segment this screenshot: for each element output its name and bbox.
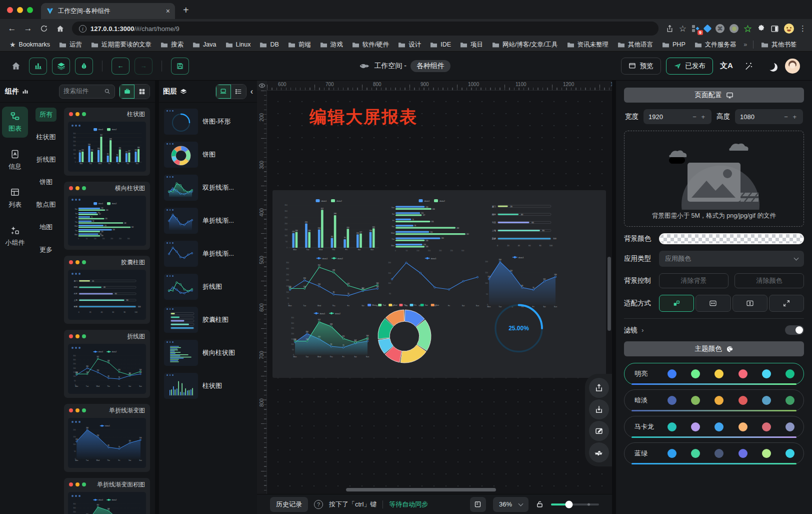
document-name-pill[interactable]: 各种组件 [410, 60, 450, 72]
edit-button[interactable] [589, 421, 609, 441]
zoom-slider[interactable] [551, 503, 599, 505]
theme-row-3[interactable]: 蓝绿 [624, 442, 804, 464]
background-upload-dropzone[interactable]: 背景图需小于 5M，格式为 png/jpg/gif 的文件 [624, 131, 804, 227]
vertical-scrollbar[interactable] [608, 257, 611, 331]
collapse-panel-icon[interactable]: ‹ [250, 87, 253, 96]
tab-close-icon[interactable]: × [166, 7, 170, 15]
category-0[interactable]: 所有 [36, 108, 56, 122]
site-info-icon[interactable]: i [79, 25, 86, 33]
canvas-chart-bar-horizontal[interactable]: data1data2Sun130160Sat110117Fri70155Thu8… [386, 198, 482, 254]
app-type-select[interactable]: 应用颜色 [659, 251, 804, 267]
fit-scale-button[interactable] [659, 295, 694, 312]
export-button[interactable] [589, 378, 609, 398]
stepper-buttons[interactable]: − + [784, 113, 798, 121]
dark-mode-button[interactable] [762, 62, 779, 70]
bookmarks-root[interactable]: ★ Bookmarks [6, 40, 54, 50]
component-card[interactable]: 单折线渐变面积图data1data20501001502002503003501… [64, 478, 150, 514]
category-3[interactable]: 饼图 [36, 175, 56, 189]
minimize-window-button[interactable] [17, 7, 23, 13]
layer-item[interactable]: 饼图 [164, 142, 252, 168]
horizontal-scrollbar[interactable] [346, 488, 496, 491]
browser-menu-icon[interactable]: ⋮ [799, 24, 807, 33]
fit-width-button[interactable] [696, 295, 730, 312]
theme-row-1[interactable]: 暗淡 [624, 389, 804, 411]
bookmark-item[interactable]: 其他语言 [614, 40, 656, 50]
app-home-icon[interactable] [11, 61, 21, 71]
language-button[interactable]: 文A [718, 61, 735, 71]
charts-tool-button[interactable] [29, 58, 47, 75]
canvas-text-title[interactable]: 编辑大屏报表 [310, 106, 418, 129]
import-button[interactable] [589, 399, 609, 419]
sidebar-item-charts[interactable]: 图表 [2, 107, 28, 138]
fit-stretch-button[interactable] [769, 295, 804, 312]
bookmark-item[interactable]: 搜索 [157, 40, 187, 50]
bookmark-item[interactable]: 网站/博客/文章/工具 [488, 40, 561, 50]
clear-background-button[interactable]: 清除背景 [659, 273, 728, 288]
thumbnail-view-toggle[interactable] [216, 85, 231, 99]
stepper-buttons[interactable]: − + [692, 113, 706, 121]
lock-open-icon[interactable] [536, 500, 544, 508]
bookmark-item[interactable]: DB [256, 40, 282, 49]
extension-command-icon[interactable]: ⌘ [716, 24, 724, 33]
bg-color-swatch[interactable] [659, 233, 804, 244]
layer-item[interactable]: 横向柱状图 [164, 340, 252, 366]
filter-expand-icon[interactable]: › [642, 326, 644, 334]
bookmark-item[interactable]: 近期需要读的文章 [88, 40, 155, 50]
canvas-chart-donut[interactable]: MonTueWedThuFriSatSun [342, 301, 466, 365]
back-button[interactable]: ← [5, 22, 19, 36]
history-button[interactable]: 历史记录 [270, 497, 308, 512]
filter-toggle[interactable] [785, 325, 804, 335]
canvas-chart-bar-grouped[interactable]: data1data2050100150200250300350120130Mon… [281, 198, 381, 254]
bookmark-item[interactable]: 项目 [456, 40, 486, 50]
component-card[interactable]: 柱状图data1data2050100150200250300350120130… [64, 108, 150, 176]
layer-item[interactable]: 饼图-环形 [164, 109, 252, 135]
category-6[interactable]: 更多 [36, 243, 56, 257]
editor-canvas[interactable]: 6007008009001000110012001300 20030040050… [257, 81, 612, 494]
bookmark-item[interactable]: 设计 [394, 40, 424, 50]
canvas-chart-progress-ring[interactable]: 25.00% [492, 300, 545, 356]
component-card[interactable]: 胶囊柱图厦门20南阳40北京60上海80新疆100020406080100 [64, 256, 150, 324]
bookmark-item[interactable]: IDE [426, 40, 454, 49]
window-controls[interactable] [7, 7, 33, 13]
category-1[interactable]: 柱状图 [32, 130, 60, 144]
canvas-chart-capsule[interactable]: 厦门20南阳40北京60上海80新疆100020406080100 [488, 199, 560, 249]
settings-button[interactable] [589, 442, 609, 462]
category-4[interactable]: 散点图 [32, 198, 60, 212]
category-2[interactable]: 折线图 [32, 153, 60, 167]
bookmark-item[interactable]: Linux [222, 40, 254, 49]
other-bookmarks[interactable]: 其他书签 [758, 40, 800, 50]
fit-height-button[interactable] [732, 295, 768, 312]
layer-item[interactable]: 胶囊柱图 [164, 307, 252, 333]
home-button[interactable] [53, 22, 67, 36]
clear-color-button[interactable]: 清除颜色 [734, 273, 804, 288]
extension-star-icon[interactable] [744, 25, 752, 33]
undo-button[interactable]: ← [112, 58, 130, 75]
component-card[interactable]: 折线图data1data2050100150200250300350120200… [64, 330, 150, 398]
bookmarks-overflow-icon[interactable]: » [742, 41, 749, 48]
side-panel-icon[interactable] [770, 25, 779, 33]
profile-avatar[interactable] [784, 24, 794, 34]
component-card[interactable]: 单折线渐变图data105010015020012020015080701101… [64, 404, 150, 472]
category-5[interactable]: 地图 [36, 220, 56, 234]
single-view-toggle[interactable] [120, 85, 134, 99]
share-icon[interactable] [666, 25, 674, 33]
sidebar-item-list[interactable]: 列表 [2, 183, 28, 214]
bookmark-item[interactable]: 前端 [284, 40, 314, 50]
help-icon[interactable]: ? [314, 500, 323, 509]
sidebar-item-info[interactable]: 信息 [2, 145, 28, 176]
close-window-button[interactable] [7, 7, 13, 13]
sidebar-item-widgets[interactable]: 小组件 [2, 221, 28, 252]
ruler-corner-eye[interactable] [257, 81, 267, 91]
bookmark-item[interactable]: 运营 [56, 40, 86, 50]
layer-item[interactable]: 折线图 [164, 274, 252, 300]
theme-tool-button[interactable] [75, 58, 93, 75]
list-view-toggle[interactable] [231, 85, 246, 99]
preview-button[interactable]: 预览 [621, 58, 661, 75]
bookmark-item[interactable]: 游戏 [316, 40, 346, 50]
publish-button[interactable]: 已发布 [666, 58, 714, 75]
layout-panel-button[interactable] [470, 497, 486, 512]
search-input[interactable]: 搜索组件 [59, 85, 115, 99]
extensions-puzzle-icon[interactable] [757, 25, 766, 33]
dashboard-group[interactable]: data1data2050100150200250300350120130Mon… [272, 190, 606, 378]
layer-item[interactable]: 柱状图 [164, 373, 252, 399]
